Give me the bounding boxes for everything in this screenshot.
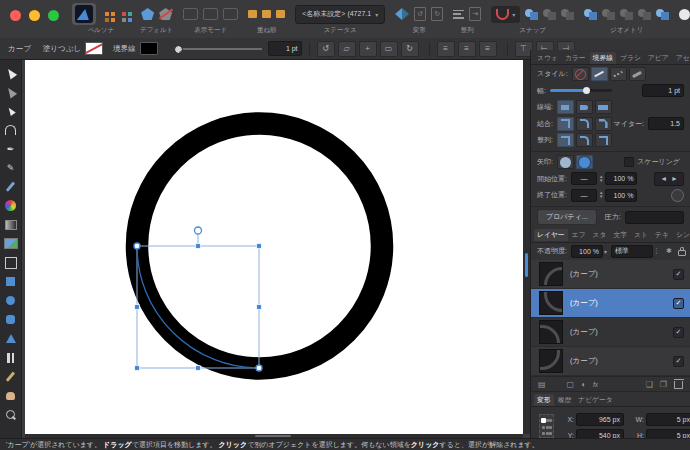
layer-visibility-checkbox[interactable]: ✓ (673, 327, 684, 338)
opacity-value[interactable]: 100 % (571, 245, 603, 258)
arrow-style-a-button[interactable] (557, 155, 574, 169)
text-tool[interactable] (1, 348, 21, 367)
rotation-handle[interactable] (195, 227, 202, 234)
tab-layers[interactable]: レイヤー (534, 229, 568, 241)
stroke-style-solid-button[interactable] (591, 67, 608, 81)
stroke-style-texture-button[interactable] (629, 67, 646, 81)
close-window-button[interactable] (10, 10, 21, 21)
stroke-swatch[interactable] (140, 42, 158, 55)
width-slider[interactable] (550, 89, 612, 92)
tab-swatches[interactable]: スウォ (534, 52, 561, 64)
snap-candidate-icon[interactable] (543, 9, 556, 20)
horizontal-scrollbar-thumb[interactable] (255, 435, 291, 437)
width-value[interactable]: 1 pt (642, 84, 684, 97)
synchronize-defaults-icon[interactable] (141, 8, 154, 20)
join-miter-button[interactable] (557, 117, 574, 131)
ellipse-tool[interactable] (1, 291, 21, 310)
layer-row-selected[interactable]: (カーブ) ✓ (531, 289, 690, 318)
align-center-stroke-button[interactable] (557, 133, 574, 147)
move-to-front-icon[interactable] (248, 10, 257, 18)
view-tool[interactable] (1, 386, 21, 405)
layer-row[interactable]: (カーブ) ✓ (531, 347, 690, 376)
layer-effects-icon[interactable]: fx (593, 381, 598, 388)
cap-round-button[interactable] (576, 100, 593, 114)
tab-assets[interactable]: アセッ (673, 52, 690, 64)
rotate-ccw-icon[interactable]: ↺ (414, 7, 426, 21)
tab-navigator[interactable]: ナビゲータ (575, 394, 616, 406)
layer-visibility-checkbox[interactable]: ✓ (673, 356, 684, 367)
tab-brushes[interactable]: ブラシ (617, 52, 644, 64)
move-anchor-button[interactable]: + (359, 41, 377, 57)
w-field[interactable]: 5 px (646, 413, 690, 426)
boolean-intersect-icon[interactable] (620, 9, 633, 20)
boolean-subtract-icon[interactable] (602, 9, 615, 20)
curve-node-start[interactable] (134, 243, 140, 249)
tab-text-styles[interactable]: テキ (652, 229, 672, 241)
tab-character[interactable]: 文字 (611, 229, 631, 241)
tab-stroke[interactable]: 境界線 (590, 52, 616, 64)
edit-all-layers-icon[interactable]: ▤ (538, 380, 546, 389)
arrow-right-icon[interactable]: ► (671, 175, 678, 182)
boolean-combine-icon[interactable] (656, 9, 669, 20)
align-right-button[interactable]: ≡ (479, 41, 497, 57)
end-stepper[interactable]: ▲▼ (599, 191, 603, 199)
boolean-add-icon[interactable] (584, 9, 597, 20)
document-status-dropdown[interactable]: <名称未設定> (4727.1 ▾ (295, 5, 385, 24)
miter-value[interactable]: 1.5 (648, 117, 684, 130)
pressure-field[interactable] (625, 211, 684, 224)
align-left-button[interactable]: ≡ (437, 41, 455, 57)
tab-styles[interactable]: スタ (590, 229, 610, 241)
snap-to-guides-icon[interactable] (561, 9, 574, 20)
join-round-button[interactable] (576, 117, 593, 131)
designer-persona-button[interactable] (72, 3, 96, 25)
cap-square-button[interactable] (595, 100, 612, 114)
stroke-width-value[interactable]: 1 pt (268, 41, 302, 56)
group-layers-icon[interactable]: ❐ (660, 380, 667, 389)
align-outside-stroke-button[interactable] (595, 133, 612, 147)
corner-tool[interactable] (1, 120, 21, 139)
add-layer-icon[interactable]: ❏ (646, 380, 653, 389)
stroke-style-dash-button[interactable] (610, 67, 627, 81)
snapping-toggle-button[interactable]: ▾ (491, 6, 520, 23)
vertical-scrollbar-thumb[interactable] (525, 253, 528, 277)
end-style-dropdown[interactable]: — (571, 189, 597, 202)
tab-color[interactable]: カラー (562, 52, 589, 64)
alignment-icon[interactable] (453, 10, 464, 19)
fill-swatch[interactable] (85, 42, 103, 55)
pen-tool[interactable]: ✒ (1, 139, 21, 158)
scaling-checkbox[interactable] (624, 157, 634, 167)
shape-tool[interactable] (1, 329, 21, 348)
vector-view-icon[interactable] (183, 8, 198, 20)
tab-appearance[interactable]: アピア (645, 52, 672, 64)
more-options-icon[interactable]: ⋮ (653, 247, 660, 255)
width-slider-thumb[interactable] (583, 87, 590, 94)
arrow-left-icon[interactable]: ◄ (660, 175, 667, 182)
tab-transform[interactable]: 変形 (534, 394, 554, 406)
move-to-back-icon[interactable] (276, 10, 285, 18)
blend-mode-dropdown[interactable]: 標準 (611, 245, 653, 258)
revert-defaults-icon[interactable] (159, 8, 172, 20)
shear-button[interactable]: ▱ (338, 41, 356, 57)
rotate-cw-button[interactable]: ↻ (401, 41, 419, 57)
contour-tool[interactable] (1, 101, 21, 120)
rectangle-tool[interactable] (1, 272, 21, 291)
pencil-tool[interactable]: ✎ (1, 158, 21, 177)
artboard[interactable] (25, 60, 523, 434)
layer-row[interactable]: (カーブ) ✓ (531, 260, 690, 289)
cap-butt-button[interactable] (557, 100, 574, 114)
arrowhead-selector[interactable]: ◄► (654, 172, 684, 186)
mask-layer-icon[interactable]: ▢ (567, 380, 575, 389)
move-tool[interactable] (1, 63, 21, 82)
move-forward-icon[interactable] (262, 10, 271, 18)
start-stepper[interactable]: ▲▼ (599, 175, 603, 183)
boolean-divide-icon[interactable] (638, 9, 651, 20)
slider-thumb[interactable] (174, 45, 183, 54)
snap-to-grid-icon[interactable] (525, 9, 538, 20)
anchor-point-selector[interactable] (539, 414, 554, 438)
canvas-area[interactable] (22, 60, 530, 438)
fill-tool[interactable] (1, 196, 21, 215)
gear-icon[interactable]: ✱ (666, 247, 672, 255)
start-style-dropdown[interactable]: — (571, 172, 597, 185)
layer-visibility-checkbox[interactable]: ✓ (673, 298, 684, 309)
tab-effects[interactable]: エフ (569, 229, 589, 241)
